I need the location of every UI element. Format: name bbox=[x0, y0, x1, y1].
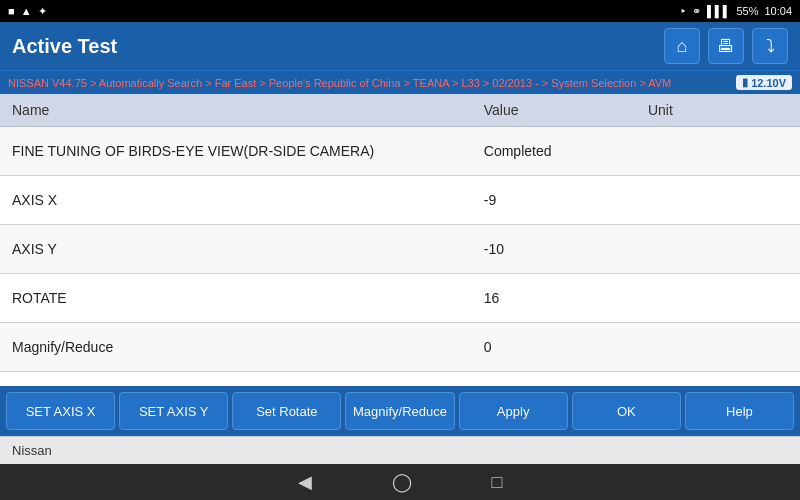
recents-nav-icon[interactable]: □ bbox=[492, 472, 503, 493]
title-actions: ⌂ 🖶 ⤵ bbox=[664, 28, 788, 64]
magnify-reduce-button[interactable]: Magnify/Reduce bbox=[345, 392, 454, 430]
cell-unit bbox=[636, 274, 800, 323]
cell-name: FINE TUNING OF BIRDS-EYE VIEW(DR-SIDE CA… bbox=[0, 127, 472, 176]
print-button[interactable]: 🖶 bbox=[708, 28, 744, 64]
signal-icon-1: ■ bbox=[8, 5, 15, 17]
battery-icon: ▮ bbox=[742, 76, 748, 89]
cell-value: Completed bbox=[472, 127, 636, 176]
signal-icon-3: ✦ bbox=[38, 5, 47, 18]
brand-label: Nissan bbox=[12, 443, 52, 458]
cell-value: 16 bbox=[472, 274, 636, 323]
cell-unit bbox=[636, 323, 800, 372]
page-title: Active Test bbox=[12, 35, 117, 58]
help-button[interactable]: Help bbox=[685, 392, 794, 430]
title-bar: Active Test ⌂ 🖶 ⤵ bbox=[0, 22, 800, 70]
breadcrumb-text: NISSAN V44.75 > Automatically Search > F… bbox=[8, 77, 671, 89]
table-row: AXIS X-9 bbox=[0, 176, 800, 225]
print-icon: 🖶 bbox=[717, 36, 735, 57]
table-body: FINE TUNING OF BIRDS-EYE VIEW(DR-SIDE CA… bbox=[0, 127, 800, 372]
set-rotate-button[interactable]: Set Rotate bbox=[232, 392, 341, 430]
home-button[interactable]: ⌂ bbox=[664, 28, 700, 64]
home-icon: ⌂ bbox=[677, 36, 688, 57]
table-row: Magnify/Reduce0 bbox=[0, 323, 800, 372]
bluetooth-icon: ‣ bbox=[680, 5, 686, 18]
table-header: Name Value Unit bbox=[0, 94, 800, 127]
set-axis-x-button[interactable]: SET AXIS X bbox=[6, 392, 115, 430]
back-nav-icon[interactable]: ◀ bbox=[298, 471, 312, 493]
data-table-container: Name Value Unit FINE TUNING OF BIRDS-EYE… bbox=[0, 94, 800, 386]
action-bar: SET AXIS XSET AXIS YSet RotateMagnify/Re… bbox=[0, 386, 800, 436]
data-table: Name Value Unit FINE TUNING OF BIRDS-EYE… bbox=[0, 94, 800, 372]
table-row: FINE TUNING OF BIRDS-EYE VIEW(DR-SIDE CA… bbox=[0, 127, 800, 176]
battery-pct: 55% bbox=[736, 5, 758, 17]
header-unit: Unit bbox=[636, 94, 800, 127]
cell-name: Magnify/Reduce bbox=[0, 323, 472, 372]
breadcrumb: NISSAN V44.75 > Automatically Search > F… bbox=[0, 70, 800, 94]
cell-value: 0 bbox=[472, 323, 636, 372]
cell-unit bbox=[636, 225, 800, 274]
footer: Nissan bbox=[0, 436, 800, 464]
exit-icon: ⤵ bbox=[766, 36, 775, 57]
set-axis-y-button[interactable]: SET AXIS Y bbox=[119, 392, 228, 430]
voltage-badge: ▮ 12.10V bbox=[736, 75, 792, 90]
time-display: 10:04 bbox=[764, 5, 792, 17]
cell-unit bbox=[636, 176, 800, 225]
voltage-value: 12.10V bbox=[751, 77, 786, 89]
status-left-icons: ■ ▲ ✦ bbox=[8, 5, 47, 18]
status-right-icons: ‣ ⚭ ▌▌▌ 55% 10:04 bbox=[680, 5, 792, 18]
cell-name: ROTATE bbox=[0, 274, 472, 323]
cell-value: -9 bbox=[472, 176, 636, 225]
exit-button[interactable]: ⤵ bbox=[752, 28, 788, 64]
cell-unit bbox=[636, 127, 800, 176]
ok-button[interactable]: OK bbox=[572, 392, 681, 430]
apply-button[interactable]: Apply bbox=[459, 392, 568, 430]
cell-name: AXIS Y bbox=[0, 225, 472, 274]
signal-bars-icon: ▌▌▌ bbox=[707, 5, 730, 17]
wifi-icon: ⚭ bbox=[692, 5, 701, 18]
signal-icon-2: ▲ bbox=[21, 5, 32, 17]
status-bar: ■ ▲ ✦ ‣ ⚭ ▌▌▌ 55% 10:04 bbox=[0, 0, 800, 22]
home-nav-icon[interactable]: ◯ bbox=[392, 471, 412, 493]
cell-value: -10 bbox=[472, 225, 636, 274]
nav-bar: ◀ ◯ □ bbox=[0, 464, 800, 500]
header-name: Name bbox=[0, 94, 472, 127]
table-row: ROTATE16 bbox=[0, 274, 800, 323]
header-value: Value bbox=[472, 94, 636, 127]
cell-name: AXIS X bbox=[0, 176, 472, 225]
table-row: AXIS Y-10 bbox=[0, 225, 800, 274]
